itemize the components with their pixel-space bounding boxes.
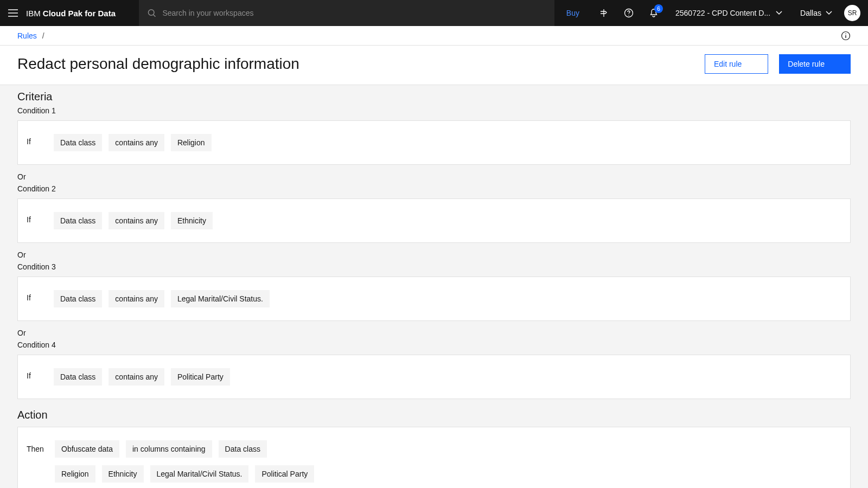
chip: Data class <box>54 212 102 229</box>
condition-chips: Data class contains any Legal Marital/Ci… <box>54 290 270 307</box>
action-row: Religion Ethnicity Legal Marital/Civil S… <box>27 465 841 483</box>
brand-prefix: IBM <box>26 9 43 18</box>
svg-point-4 <box>845 33 846 34</box>
if-label: If <box>27 290 43 302</box>
if-label: If <box>27 368 43 380</box>
or-label: Or <box>0 321 868 337</box>
content-scroll[interactable]: Criteria Condition 1 If Data class conta… <box>0 85 868 488</box>
condition-label: Condition 4 <box>0 337 868 355</box>
condition-label: Condition 2 <box>0 181 868 198</box>
then-label: Then <box>27 445 48 453</box>
delete-rule-button[interactable]: Delete rule <box>779 54 851 74</box>
if-label: If <box>27 134 43 146</box>
condition-card: If Data class contains any Political Par… <box>17 355 851 399</box>
header-left: IBM Cloud Pak for Data <box>0 0 139 26</box>
svg-point-0 <box>148 10 154 16</box>
condition-chips: Data class contains any Political Party <box>54 368 230 386</box>
chevron-down-icon <box>826 11 832 15</box>
page-title: Redact personal demographic information <box>17 55 299 73</box>
chip: Obfuscate data <box>55 440 119 458</box>
chip: Ethnicity <box>102 465 144 483</box>
chip: Data class <box>54 290 102 307</box>
info-icon[interactable] <box>841 31 851 41</box>
edit-rule-button[interactable]: Edit rule <box>705 54 768 74</box>
header-right: Buy 6 2560722 - CPD Content D... Dallas … <box>554 0 868 26</box>
condition-card: If Data class contains any Ethnicity <box>17 198 851 243</box>
buy-link[interactable]: Buy <box>554 0 591 26</box>
condition-label: Condition 1 <box>0 103 868 120</box>
then-spacer <box>27 470 48 478</box>
chip: Religion <box>171 134 212 151</box>
page-body: Rules / Redact personal demographic info… <box>0 26 868 488</box>
search-input[interactable] <box>162 9 545 17</box>
notifications-button[interactable]: 6 <box>641 0 666 26</box>
action-heading: Action <box>0 399 868 427</box>
title-bar: Redact personal demographic information … <box>0 46 868 85</box>
chip: Data class <box>219 440 267 458</box>
breadcrumb-separator: / <box>42 31 44 40</box>
condition-card: If Data class contains any Legal Marital… <box>17 277 851 321</box>
breadcrumb-bar: Rules / <box>0 26 868 46</box>
brand: IBM Cloud Pak for Data <box>26 9 116 18</box>
notification-count: 6 <box>654 4 663 13</box>
chip: Data class <box>54 134 102 151</box>
account-name: 2560722 - CPD Content D... <box>675 9 770 17</box>
title-actions: Edit rule Delete rule <box>705 54 851 74</box>
feedback-button[interactable] <box>591 0 616 26</box>
global-header: IBM Cloud Pak for Data Buy 6 2560722 - C… <box>0 0 868 26</box>
chip: contains any <box>108 368 164 386</box>
breadcrumb: Rules / <box>17 31 44 40</box>
chevron-down-icon <box>776 11 782 15</box>
global-search[interactable] <box>139 0 554 26</box>
search-icon <box>148 9 156 17</box>
criteria-heading: Criteria <box>0 85 868 103</box>
chip: Religion <box>55 465 95 483</box>
chip: contains any <box>108 212 164 229</box>
region-switcher[interactable]: Dallas <box>792 0 841 26</box>
action-card: Then Obfuscate data in columns containin… <box>17 427 851 488</box>
chip: contains any <box>108 290 164 307</box>
chip: Data class <box>54 368 102 386</box>
hamburger-icon <box>8 9 18 17</box>
or-label: Or <box>0 165 868 181</box>
help-icon <box>624 8 634 18</box>
condition-card: If Data class contains any Religion <box>17 120 851 165</box>
condition-chips: Data class contains any Religion <box>54 134 212 151</box>
account-switcher[interactable]: 2560722 - CPD Content D... <box>667 0 791 26</box>
avatar[interactable]: SR <box>844 5 860 21</box>
signpost-icon <box>599 8 609 18</box>
if-label: If <box>27 212 43 224</box>
svg-point-2 <box>628 15 629 15</box>
help-button[interactable] <box>616 0 641 26</box>
breadcrumb-rules[interactable]: Rules <box>17 31 37 40</box>
chip: contains any <box>108 134 164 151</box>
or-label: Or <box>0 243 868 259</box>
menu-button[interactable] <box>0 0 26 26</box>
brand-product: Cloud Pak for Data <box>43 9 116 18</box>
chip: Political Party <box>171 368 230 386</box>
region-name: Dallas <box>800 9 821 17</box>
chip: Ethnicity <box>171 212 213 229</box>
chip: Legal Marital/Civil Status. <box>171 290 270 307</box>
chip: Legal Marital/Civil Status. <box>150 465 249 483</box>
action-row: Then Obfuscate data in columns containin… <box>27 440 841 458</box>
condition-chips: Data class contains any Ethnicity <box>54 212 213 229</box>
chip: in columns containing <box>126 440 212 458</box>
chip: Political Party <box>255 465 314 483</box>
condition-label: Condition 3 <box>0 259 868 277</box>
